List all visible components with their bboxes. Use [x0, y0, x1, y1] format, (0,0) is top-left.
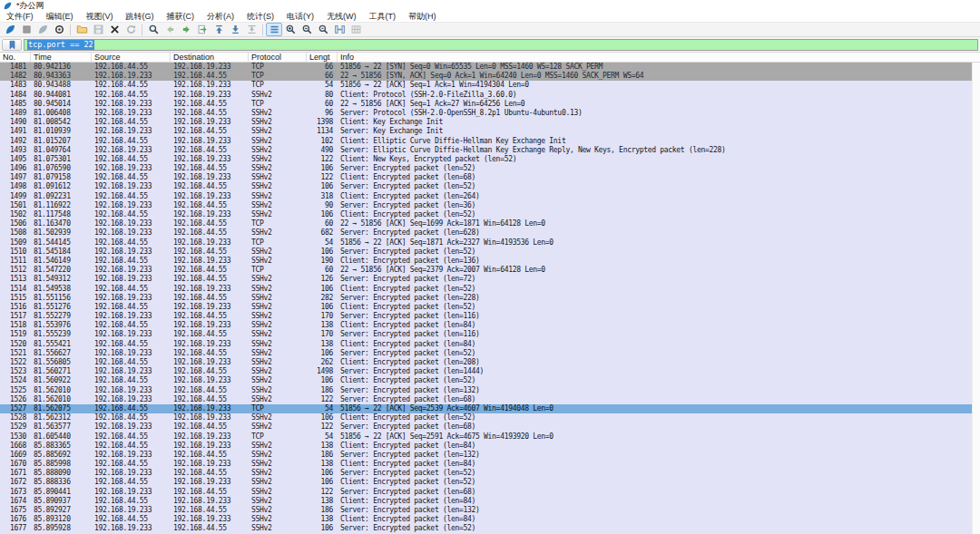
packet-row[interactable]: 151581.551156192.168.19.233192.168.44.55…	[0, 294, 972, 303]
packet-row[interactable]: 151681.551276192.168.44.55192.168.19.233…	[0, 303, 972, 312]
packet-row[interactable]: 151481.549538192.168.44.55192.168.19.233…	[0, 285, 972, 294]
packet-row[interactable]: 152881.562312192.168.44.55192.168.19.233…	[0, 413, 972, 422]
packet-row[interactable]: 149581.075301192.168.44.55192.168.19.233…	[0, 155, 972, 164]
packet-row[interactable]: 151781.552279192.168.19.233192.168.44.55…	[0, 312, 972, 321]
open-file-icon[interactable]	[74, 23, 90, 36]
packet-row[interactable]: 152581.562010192.168.19.233192.168.44.55…	[0, 386, 972, 395]
menu-item-5[interactable]: 分析(A)	[201, 12, 240, 22]
packet-row[interactable]: 149681.076590192.168.19.233192.168.44.55…	[0, 164, 972, 173]
packet-row[interactable]: 167585.892927192.168.19.233192.168.44.55…	[0, 506, 972, 515]
filter-bookmark-button[interactable]	[2, 39, 22, 51]
zoom-original-icon[interactable]	[315, 23, 331, 36]
column-header-dest[interactable]: Destination	[171, 53, 249, 62]
column-preferences-icon[interactable]	[348, 23, 364, 36]
packet-row[interactable]: 148580.945014192.168.19.233192.168.44.55…	[0, 100, 972, 109]
packet-row[interactable]: 153081.605440192.168.44.55192.168.19.233…	[0, 432, 972, 442]
resize-columns-icon[interactable]	[331, 23, 348, 36]
go-to-packet-icon[interactable]	[194, 23, 211, 36]
packet-row[interactable]: 167385.890441192.168.19.233192.168.44.55…	[0, 488, 972, 497]
packet-row[interactable]: 167185.888090192.168.19.233192.168.44.55…	[0, 469, 972, 478]
menu-item-10[interactable]: 帮助(H)	[402, 12, 443, 22]
packet-row[interactable]: 150981.544145192.168.44.55192.168.19.233…	[0, 238, 972, 248]
packet-row[interactable]: 152081.555421192.168.44.55192.168.19.233…	[0, 340, 972, 349]
go-first-packet-icon[interactable]	[211, 23, 227, 36]
packet-row[interactable]: 167685.893120192.168.44.55192.168.19.233…	[0, 515, 972, 524]
packet-row[interactable]: 167285.888336192.168.44.55192.168.19.233…	[0, 478, 972, 487]
vertical-scrollbar[interactable]	[972, 63, 980, 534]
packet-row[interactable]: 150281.117548192.168.44.55192.168.19.233…	[0, 210, 972, 219]
packet-row[interactable]: 149081.008542192.168.44.55192.168.19.233…	[0, 118, 972, 127]
packet-row[interactable]: 152681.562010192.168.19.233192.168.44.55…	[0, 395, 972, 404]
packet-row[interactable]: 149981.092231192.168.44.55192.168.19.233…	[0, 192, 972, 201]
menu-item-8[interactable]: 无线(W)	[320, 12, 363, 22]
colorize-packets-icon[interactable]	[266, 23, 282, 36]
restart-capture-icon[interactable]	[34, 23, 51, 36]
menu-item-3[interactable]: 跳转(G)	[120, 12, 161, 22]
packet-row[interactable]: 149381.049764192.168.19.233192.168.44.55…	[0, 146, 972, 155]
packet-row[interactable]: 149881.091612192.168.19.233192.168.44.55…	[0, 182, 972, 191]
packet-row[interactable]: 167085.885998192.168.44.55192.168.19.233…	[0, 460, 972, 469]
packet-row[interactable]: 148380.943488192.168.44.55192.168.19.233…	[0, 81, 972, 90]
stop-capture-icon[interactable]	[18, 23, 34, 36]
column-header-time[interactable]: Time	[31, 53, 92, 62]
go-forward-icon[interactable]	[178, 23, 194, 36]
menu-item-2[interactable]: 视图(V)	[80, 12, 120, 22]
packet-row[interactable]: 149181.010939192.168.19.233192.168.44.55…	[0, 127, 972, 136]
packet-row[interactable]: 166885.883365192.168.44.55192.168.19.233…	[0, 442, 972, 451]
packet-row[interactable]: 150181.116922192.168.19.233192.168.44.55…	[0, 201, 972, 210]
menu-item-7[interactable]: 电话(Y)	[280, 12, 320, 22]
reload-file-icon[interactable]	[122, 23, 139, 36]
cell-no: 1671	[0, 469, 31, 478]
cell-dest: 192.168.44.55	[171, 349, 249, 358]
column-header-len[interactable]: Lengt	[307, 53, 338, 62]
packet-row[interactable]: 150681.163470192.168.19.233192.168.44.55…	[0, 219, 972, 228]
packet-row[interactable]: 148180.942136192.168.44.55192.168.19.233…	[0, 63, 972, 72]
menu-item-9[interactable]: 工具(T)	[363, 12, 403, 22]
cell-source: 192.168.19.233	[92, 266, 171, 275]
capture-options-icon[interactable]	[51, 23, 67, 36]
menu-item-0[interactable]: 文件(F)	[0, 12, 40, 22]
cell-source: 192.168.44.55	[92, 321, 171, 330]
column-header-proto[interactable]: Protocol	[249, 53, 307, 62]
cell-no: 1489	[0, 109, 31, 118]
display-filter-input[interactable]: tcp.port == 22	[24, 39, 978, 51]
close-file-icon[interactable]	[106, 23, 122, 36]
packet-row[interactable]: 152181.556627192.168.19.233192.168.44.55…	[0, 349, 972, 358]
column-header-info[interactable]: Info	[338, 53, 980, 62]
go-back-icon[interactable]	[162, 23, 178, 36]
packet-row[interactable]: 151281.547220192.168.19.233192.168.44.55…	[0, 266, 972, 275]
packet-row[interactable]: 151381.549312192.168.19.233192.168.44.55…	[0, 275, 972, 284]
menu-item-6[interactable]: 统计(S)	[240, 12, 280, 22]
column-header-no[interactable]: No.	[0, 53, 31, 62]
packet-row[interactable]: 148480.944081192.168.44.55192.168.19.233…	[0, 91, 972, 100]
packet-row[interactable]: 152481.560922192.168.44.55192.168.19.233…	[0, 376, 972, 385]
packet-row[interactable]: 152381.560271192.168.19.233192.168.44.55…	[0, 367, 972, 376]
start-capture-icon[interactable]	[2, 23, 18, 36]
zoom-in-icon[interactable]	[282, 23, 299, 36]
packet-row[interactable]: 151881.553976192.168.44.55192.168.19.233…	[0, 321, 972, 330]
packet-row[interactable]: 152281.556805192.168.44.55192.168.19.233…	[0, 358, 972, 367]
packet-row[interactable]: 167485.890937192.168.44.55192.168.19.233…	[0, 497, 972, 506]
cell-time: 80.944081	[31, 91, 92, 100]
packet-row[interactable]: 152781.562075192.168.44.55192.168.19.233…	[0, 404, 972, 413]
zoom-out-icon[interactable]	[299, 23, 315, 36]
go-last-packet-icon[interactable]	[227, 23, 243, 36]
menu-item-4[interactable]: 捕获(C)	[161, 12, 201, 22]
packet-row[interactable]: 148981.006408192.168.19.233192.168.44.55…	[0, 109, 972, 118]
menu-item-1[interactable]: 编辑(E)	[40, 12, 80, 22]
packet-row[interactable]: 149781.079158192.168.44.55192.168.19.233…	[0, 173, 972, 182]
packet-row[interactable]: 151081.545184192.168.19.233192.168.44.55…	[0, 248, 972, 257]
column-header-source[interactable]: Source	[92, 53, 171, 62]
packet-row[interactable]: 166985.885692192.168.19.233192.168.44.55…	[0, 451, 972, 460]
find-packet-icon[interactable]	[145, 23, 162, 36]
packet-row[interactable]: 167785.895928192.168.19.233192.168.44.55…	[0, 524, 972, 533]
packet-row[interactable]: 152981.563577192.168.19.233192.168.44.55…	[0, 422, 972, 432]
packet-row[interactable]: 151181.546149192.168.44.55192.168.19.233…	[0, 257, 972, 266]
auto-scroll-icon[interactable]	[243, 23, 260, 36]
packet-row[interactable]: 148280.943363192.168.19.233192.168.44.55…	[0, 72, 972, 81]
packet-row[interactable]: 150881.502939192.168.19.233192.168.44.55…	[0, 228, 972, 238]
save-file-icon[interactable]	[90, 23, 106, 36]
packet-row[interactable]: 149281.015207192.168.44.55192.168.19.233…	[0, 137, 972, 146]
cell-no: 1672	[0, 478, 31, 487]
packet-row[interactable]: 151981.555239192.168.19.233192.168.44.55…	[0, 330, 972, 339]
